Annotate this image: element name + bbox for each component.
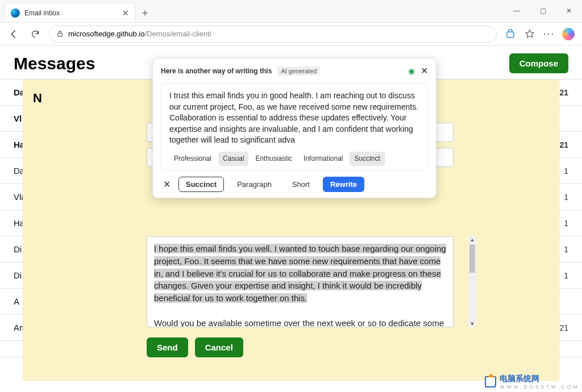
tone-informational[interactable]: Informational bbox=[299, 152, 347, 166]
shield-icon: ◉ bbox=[408, 66, 415, 76]
tab-title: Email inbox bbox=[24, 9, 60, 17]
cancel-button[interactable]: Cancel bbox=[195, 337, 243, 357]
url-field[interactable]: microsoftedge.github.io/Demos/email-clie… bbox=[49, 26, 497, 43]
tone-enthusiastic[interactable]: Enthusiastic bbox=[251, 152, 297, 166]
svg-rect-0 bbox=[58, 33, 63, 36]
paragraph-chip[interactable]: Paragraph bbox=[230, 177, 279, 192]
browser-titlebar: Email inbox ✕ ＋ — ▢ ✕ bbox=[0, 0, 582, 23]
short-chip[interactable]: Short bbox=[285, 177, 317, 192]
ai-rewrite-card: Here is another way of writing this AI g… bbox=[152, 58, 436, 198]
ai-suggestion-body: I trust this email finds you in good hea… bbox=[161, 83, 428, 171]
scroll-up-arrow[interactable]: ▲ bbox=[470, 236, 475, 243]
tone-professional[interactable]: Professional bbox=[169, 152, 216, 166]
compose-button[interactable]: Compose bbox=[509, 53, 568, 73]
ai-generated-badge: AI generated bbox=[277, 66, 320, 76]
tone-succinct[interactable]: Succinct bbox=[350, 152, 384, 166]
watermark-sub: W W W . D G S X T W . C O M bbox=[500, 384, 577, 390]
maximize-button[interactable]: ▢ bbox=[530, 0, 556, 22]
url-host: microsoftedge.github.io bbox=[68, 30, 144, 38]
editor-selected-text: I hope this email finds you well. I want… bbox=[154, 244, 446, 303]
scroll-thumb[interactable] bbox=[469, 244, 475, 273]
date: 1 bbox=[564, 271, 568, 280]
succinct-chip[interactable]: Succinct bbox=[178, 177, 224, 192]
shopping-icon[interactable] bbox=[502, 26, 518, 42]
compose-overlay: N Here is another way of writing this AI… bbox=[23, 80, 559, 381]
svg-rect-1 bbox=[507, 32, 514, 37]
lock-icon bbox=[56, 30, 64, 37]
page-title: Messages bbox=[14, 54, 95, 73]
date: 21 bbox=[559, 88, 568, 97]
ai-card-title: Here is another way of writing this bbox=[161, 67, 272, 75]
scroll-down-arrow[interactable]: ▼ bbox=[470, 320, 475, 327]
editor-scrollbar[interactable]: ▲ ▼ bbox=[468, 236, 476, 327]
tone-casual[interactable]: Casual bbox=[218, 152, 248, 166]
close-window-button[interactable]: ✕ bbox=[556, 0, 582, 22]
close-ai-card-button[interactable]: ✕ bbox=[421, 65, 428, 76]
editor-rest-text: Would you be available sometime over the… bbox=[154, 318, 444, 328]
date: 1 bbox=[564, 193, 568, 202]
ai-action-row: ✕ Succinct Paragraph Short Rewrite bbox=[161, 177, 428, 192]
tone-row: ProfessionalCasualEnthusiasticInformatio… bbox=[169, 152, 419, 166]
compose-heading: N bbox=[33, 91, 147, 106]
dismiss-actions-button[interactable]: ✕ bbox=[161, 179, 173, 190]
rewrite-button[interactable]: Rewrite bbox=[323, 177, 364, 192]
ai-suggestion-text: I trust this email finds you in good hea… bbox=[169, 90, 419, 146]
watermark: 电脑系统网 W W W . D G S X T W . C O M bbox=[485, 374, 577, 390]
minimize-button[interactable]: — bbox=[504, 0, 530, 22]
edge-icon bbox=[11, 9, 20, 18]
date: 21 bbox=[559, 140, 568, 149]
back-button[interactable] bbox=[6, 26, 22, 42]
close-tab-icon[interactable]: ✕ bbox=[122, 9, 129, 18]
address-bar: microsoftedge.github.io/Demos/email-clie… bbox=[0, 23, 582, 45]
watermark-text: 电脑系统网 bbox=[500, 374, 577, 384]
send-button[interactable]: Send bbox=[147, 337, 188, 357]
browser-tab[interactable]: Email inbox ✕ bbox=[5, 3, 135, 22]
refresh-button[interactable] bbox=[27, 26, 43, 42]
copilot-icon[interactable] bbox=[560, 26, 576, 42]
url-path: /Demos/email-client/ bbox=[144, 30, 211, 38]
compose-body-textarea[interactable]: I hope this email finds you well. I want… bbox=[147, 236, 454, 327]
date: 1 bbox=[564, 166, 568, 176]
more-icon[interactable]: ··· bbox=[541, 26, 557, 42]
house-icon bbox=[485, 376, 496, 387]
date: 1 bbox=[564, 245, 568, 254]
date: 1 bbox=[564, 219, 568, 228]
new-tab-button[interactable]: ＋ bbox=[135, 3, 155, 22]
window-controls: — ▢ ✕ bbox=[504, 0, 582, 22]
favorite-icon[interactable] bbox=[522, 26, 538, 42]
